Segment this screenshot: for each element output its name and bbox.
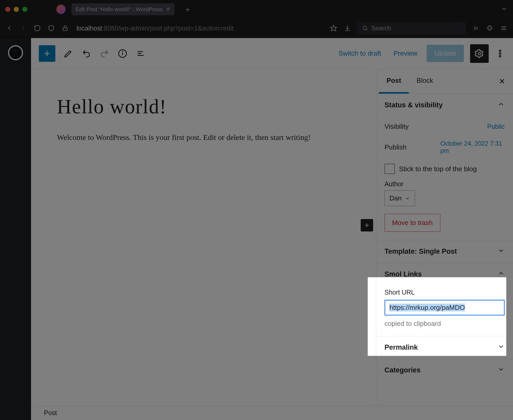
visibility-row: Visibility Public (384, 118, 505, 135)
wordpress-logo-icon[interactable] (8, 45, 23, 60)
panel-body-status: Visibility Public Publish October 24, 20… (376, 116, 513, 240)
new-tab-button[interactable]: ＋ (184, 4, 192, 15)
post-title[interactable]: Hello world! (57, 95, 350, 118)
browser-tab[interactable]: Edit Post "Hello world!" ‹ WordPress ✕ (71, 3, 175, 15)
header-actions: Switch to draft Preview Update (335, 44, 505, 63)
short-url-value: https://mrkup.org/paMDO (389, 304, 465, 311)
admin-sidebar (0, 38, 31, 420)
copied-hint: copied to clipboard (384, 320, 505, 328)
address-bar[interactable]: localhost:8080/wp-admin/post.php?post=1&… (77, 25, 233, 32)
close-window-button[interactable] (5, 7, 10, 12)
sidebar-tabs: Post Block ✕ (376, 69, 513, 94)
short-url-label: Short URL (384, 289, 505, 296)
maximize-window-button[interactable] (22, 7, 27, 12)
chevron-down-icon (405, 196, 410, 201)
breadcrumb[interactable]: Post (44, 409, 57, 417)
url-host: localhost (77, 25, 102, 32)
forward-button[interactable] (19, 24, 27, 32)
visibility-label: Visibility (384, 123, 436, 131)
downloads-icon[interactable] (343, 24, 352, 32)
more-options-button[interactable] (495, 48, 505, 59)
panel-header-status[interactable]: Status & visibility (376, 94, 513, 116)
settings-button[interactable] (470, 44, 489, 63)
svg-point-19 (499, 55, 501, 57)
chevron-down-icon (497, 247, 505, 256)
back-button[interactable] (5, 24, 13, 32)
panel-header-template[interactable]: Template: Single Post (376, 240, 513, 263)
sticky-label: Stick to the top of the blog (399, 165, 477, 173)
search-box[interactable]: Search (357, 22, 466, 34)
url-path: :8080/wp-admin/post.php?post=1&action=ed… (102, 25, 234, 32)
search-placeholder: Search (371, 25, 391, 32)
publish-row: Publish October 24, 2022 7:31 pm (384, 135, 505, 159)
editor-header: Switch to draft Preview Update (31, 38, 513, 69)
svg-point-17 (499, 50, 501, 51)
close-tab-icon[interactable]: ✕ (166, 6, 170, 13)
close-sidebar-icon[interactable]: ✕ (499, 77, 505, 86)
panel-title: Smol Links (384, 270, 422, 278)
panel-title: Status & visibility (384, 101, 443, 109)
svg-point-12 (122, 51, 123, 52)
panel-status-visibility: Status & visibility Visibility Public Pu… (376, 94, 513, 240)
svg-rect-0 (63, 28, 67, 31)
author-select[interactable]: Dan (384, 190, 415, 206)
hamburger-menu-icon[interactable] (500, 24, 508, 32)
tab-title: Edit Post "Hello world!" ‹ WordPress (76, 6, 163, 12)
settings-sidebar: Post Block ✕ Status & visibility Visibil… (376, 69, 513, 420)
reload-button[interactable] (33, 24, 41, 32)
overflow-icon[interactable] (472, 24, 480, 32)
undo-button[interactable] (81, 48, 92, 59)
author-value: Dan (389, 194, 402, 202)
svg-point-2 (363, 26, 367, 30)
tools-button[interactable] (63, 48, 73, 59)
move-to-trash-button[interactable]: Move to trash (384, 214, 440, 232)
extensions-icon[interactable] (486, 24, 494, 32)
publish-value[interactable]: October 24, 2022 7:31 pm (440, 140, 505, 154)
panel-header-categories[interactable]: Categories (376, 359, 513, 381)
lock-icon[interactable] (61, 24, 69, 32)
editor-footer: Post (31, 406, 513, 420)
publish-label: Publish (384, 143, 436, 151)
bookmark-icon[interactable] (329, 24, 338, 32)
panel-smol-links: Smol Links Short URL https://mrkup.org/p… (376, 263, 513, 336)
panel-body-smol-links: Short URL https://mrkup.org/paMDO copied… (376, 286, 513, 336)
visibility-value[interactable]: Public (487, 123, 505, 130)
svg-point-18 (499, 53, 501, 54)
search-icon (362, 25, 368, 31)
browser-titlebar: Edit Post "Hello world!" ‹ WordPress ✕ ＋ (0, 0, 513, 19)
update-button[interactable]: Update (427, 45, 464, 62)
panel-title: Permalink (384, 343, 418, 351)
panel-title: Categories (384, 366, 421, 374)
panel-header-permalink[interactable]: Permalink (376, 336, 513, 359)
tab-post[interactable]: Post (379, 69, 409, 94)
firefox-icon (56, 5, 66, 14)
editor-canvas[interactable]: Hello world! Welcome to WordPress. This … (31, 69, 376, 420)
outline-button[interactable] (135, 48, 146, 59)
chevron-up-icon (497, 270, 505, 279)
post-content[interactable]: Welcome to WordPress. This is your first… (57, 131, 350, 144)
panel-template: Template: Single Post (376, 240, 513, 263)
sticky-checkbox[interactable] (384, 164, 395, 174)
minimize-window-button[interactable] (14, 7, 19, 12)
inline-block-inserter[interactable] (361, 219, 373, 231)
short-url-input[interactable]: https://mrkup.org/paMDO (384, 300, 505, 316)
editor-body: Hello world! Welcome to WordPress. This … (31, 69, 513, 420)
tab-block[interactable]: Block (409, 69, 441, 94)
author-label: Author (384, 180, 505, 188)
preview-button[interactable]: Preview (390, 46, 420, 61)
browser-toolbar: localhost:8080/wp-admin/post.php?post=1&… (0, 19, 513, 38)
editor: Switch to draft Preview Update Hello wor… (31, 38, 513, 420)
switch-to-draft-button[interactable]: Switch to draft (335, 46, 384, 61)
tabs-overflow-icon[interactable] (501, 5, 508, 13)
add-block-button[interactable] (39, 45, 55, 62)
shield-icon[interactable] (47, 24, 55, 32)
svg-marker-1 (330, 25, 336, 31)
panel-permalink: Permalink (376, 336, 513, 359)
wordpress-editor: Switch to draft Preview Update Hello wor… (0, 38, 513, 420)
redo-button[interactable] (99, 48, 110, 59)
panel-title: Template: Single Post (384, 248, 457, 256)
details-button[interactable] (117, 48, 128, 59)
sticky-row[interactable]: Stick to the top of the blog (384, 159, 505, 179)
svg-line-3 (366, 29, 367, 31)
panel-header-smol-links[interactable]: Smol Links (376, 263, 513, 286)
